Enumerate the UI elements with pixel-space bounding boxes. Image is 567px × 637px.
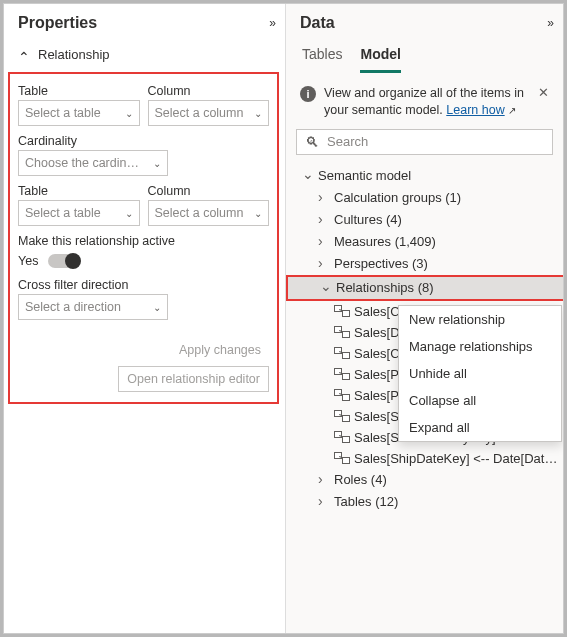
- open-relationship-editor-button[interactable]: Open relationship editor: [118, 366, 269, 392]
- data-title: Data: [300, 14, 335, 32]
- close-info-icon[interactable]: ✕: [534, 85, 549, 102]
- relationship-icon: [334, 347, 350, 359]
- collapse-properties-icon[interactable]: »: [269, 16, 273, 30]
- external-link-icon: ↗: [508, 105, 516, 116]
- column-select-1[interactable]: Select a column ⌄: [148, 100, 270, 126]
- ctx-unhide-all[interactable]: Unhide all: [399, 360, 561, 387]
- relationship-icon: [334, 326, 350, 338]
- chevron-up-icon: [18, 46, 30, 62]
- search-input[interactable]: 🔍︎ Search: [296, 129, 553, 155]
- info-icon: i: [300, 86, 316, 102]
- app-root: Properties » Relationship Table Select a…: [3, 3, 564, 634]
- chevron-down-icon: ⌄: [153, 158, 161, 169]
- chevron-down-icon: [320, 280, 332, 296]
- relationship-section-label: Relationship: [38, 47, 110, 62]
- ctx-expand-all[interactable]: Expand all: [399, 414, 561, 441]
- cross-filter-select[interactable]: Select a direction ⌄: [18, 294, 168, 320]
- column-select-2[interactable]: Select a column ⌄: [148, 200, 270, 226]
- cardinality-select[interactable]: Choose the cardin… ⌄: [18, 150, 168, 176]
- relationship-item[interactable]: Sales[ShipDateKey] <-- Date[DateKey]: [296, 448, 561, 469]
- properties-title: Properties: [18, 14, 97, 32]
- cardinality-label: Cardinality: [18, 134, 168, 148]
- model-tree: Semantic model Calculation groups (1) Cu…: [286, 165, 563, 513]
- data-header: Data »: [286, 4, 563, 38]
- chevron-down-icon: ⌄: [125, 208, 133, 219]
- ctx-collapse-all[interactable]: Collapse all: [399, 387, 561, 414]
- info-banner: i View and organize all of the items in …: [286, 73, 563, 129]
- table-select-2[interactable]: Select a table ⌄: [18, 200, 140, 226]
- relationship-icon: [334, 368, 350, 380]
- relationship-section-header[interactable]: Relationship: [4, 38, 285, 72]
- ctx-new-relationship[interactable]: New relationship: [399, 306, 561, 333]
- data-tabs: Tables Model: [286, 38, 563, 73]
- data-pane: Data » Tables Model i View and organize …: [286, 4, 563, 633]
- collapse-data-icon[interactable]: »: [547, 16, 551, 30]
- tab-model[interactable]: Model: [360, 46, 400, 73]
- apply-changes-button[interactable]: Apply changes: [171, 338, 269, 362]
- chevron-right-icon: [318, 256, 330, 272]
- relationship-icon: [334, 389, 350, 401]
- chevron-right-icon: [318, 190, 330, 206]
- ctx-manage-relationships[interactable]: Manage relationships: [399, 333, 561, 360]
- tree-calc-groups[interactable]: Calculation groups (1): [296, 187, 561, 209]
- tree-cultures[interactable]: Cultures (4): [296, 209, 561, 231]
- tree-perspectives[interactable]: Perspectives (3): [296, 253, 561, 275]
- active-value: Yes: [18, 254, 38, 268]
- table-select-1[interactable]: Select a table ⌄: [18, 100, 140, 126]
- chevron-down-icon: ⌄: [254, 208, 262, 219]
- properties-pane: Properties » Relationship Table Select a…: [4, 4, 286, 633]
- table-label-1: Table: [18, 84, 140, 98]
- relationships-children: Sales[C Sales[D Sales[C Sales[P Sales[P: [296, 301, 561, 469]
- chevron-down-icon: ⌄: [153, 302, 161, 313]
- properties-header: Properties »: [4, 4, 285, 38]
- chevron-right-icon: [318, 494, 330, 510]
- active-toggle[interactable]: [48, 254, 80, 268]
- search-icon: 🔍︎: [305, 134, 319, 150]
- column-label-2: Column: [148, 184, 270, 198]
- tree-relationships[interactable]: Relationships (8): [286, 275, 563, 301]
- tree-measures[interactable]: Measures (1,409): [296, 231, 561, 253]
- active-label: Make this relationship active: [18, 234, 269, 248]
- relationship-icon: [334, 305, 350, 317]
- tab-tables[interactable]: Tables: [302, 46, 342, 73]
- relationship-icon: [334, 431, 350, 443]
- chevron-right-icon: [318, 234, 330, 250]
- context-menu: New relationship Manage relationships Un…: [398, 305, 562, 442]
- tree-root[interactable]: Semantic model: [296, 165, 561, 187]
- chevron-down-icon: [302, 168, 314, 184]
- tree-roles[interactable]: Roles (4): [296, 469, 561, 491]
- table-label-2: Table: [18, 184, 140, 198]
- chevron-right-icon: [318, 212, 330, 228]
- info-text: View and organize all of the items in yo…: [324, 85, 526, 119]
- relationship-form: Table Select a table ⌄ Column Select a c…: [8, 72, 279, 404]
- relationship-icon: [334, 410, 350, 422]
- tree-tables[interactable]: Tables (12): [296, 491, 561, 513]
- chevron-down-icon: ⌄: [125, 108, 133, 119]
- relationship-icon: [334, 452, 350, 464]
- chevron-right-icon: [318, 472, 330, 488]
- column-label-1: Column: [148, 84, 270, 98]
- cross-filter-label: Cross filter direction: [18, 278, 269, 292]
- chevron-down-icon: ⌄: [254, 108, 262, 119]
- learn-how-link[interactable]: Learn how: [446, 103, 504, 117]
